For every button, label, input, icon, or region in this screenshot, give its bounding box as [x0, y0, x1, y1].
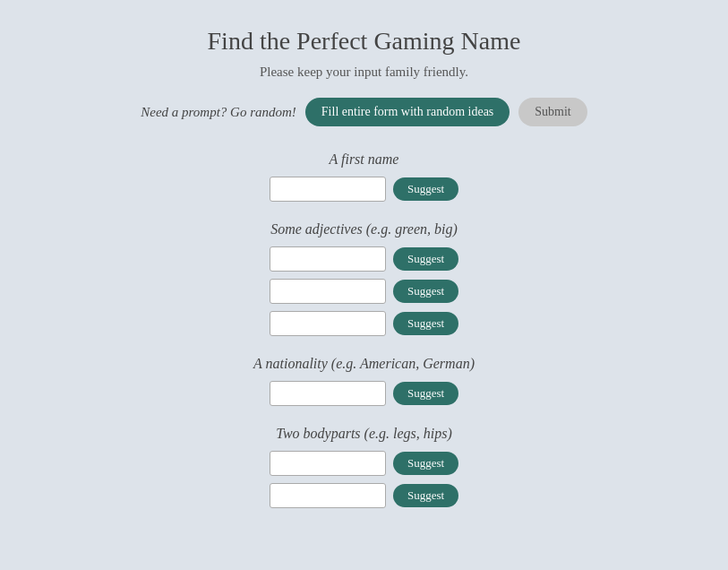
- section-label-bodyparts: Two bodyparts (e.g. legs, hips): [253, 426, 475, 442]
- fill-random-button[interactable]: Fill entire form with random ideas: [305, 98, 510, 126]
- input-adjectives-1[interactable]: [270, 279, 386, 304]
- input-bodyparts-1[interactable]: [270, 483, 386, 508]
- suggest-button-nationality-0[interactable]: Suggest: [393, 382, 458, 405]
- field-row-bodyparts-0: Suggest: [253, 451, 475, 476]
- field-row-adjectives-1: Suggest: [253, 279, 475, 304]
- suggest-button-adjectives-2[interactable]: Suggest: [393, 312, 458, 335]
- section-nationality: A nationality (e.g. American, German)Sug…: [253, 356, 475, 406]
- suggest-button-bodyparts-0[interactable]: Suggest: [393, 452, 458, 475]
- page-title: Find the Perfect Gaming Name: [208, 27, 521, 56]
- input-bodyparts-0[interactable]: [270, 451, 386, 476]
- field-row-bodyparts-1: Suggest: [253, 483, 475, 508]
- field-row-adjectives-0: Suggest: [253, 246, 475, 272]
- page-subtitle: Please keep your input family friendly.: [260, 65, 468, 80]
- section-label-adjectives: Some adjectives (e.g. green, big): [253, 221, 475, 238]
- suggest-button-first-name-0[interactable]: Suggest: [393, 177, 458, 201]
- input-adjectives-2[interactable]: [270, 311, 386, 336]
- suggest-button-bodyparts-1[interactable]: Suggest: [393, 484, 458, 507]
- section-label-nationality: A nationality (e.g. American, German): [253, 356, 475, 372]
- form-sections: A first nameSuggestSome adjectives (e.g.…: [253, 151, 475, 528]
- submit-button[interactable]: Submit: [518, 98, 587, 126]
- suggest-button-adjectives-1[interactable]: Suggest: [393, 280, 458, 303]
- input-nationality-0[interactable]: [270, 381, 386, 406]
- section-adjectives: Some adjectives (e.g. green, big)Suggest…: [253, 221, 475, 336]
- section-bodyparts: Two bodyparts (e.g. legs, hips)SuggestSu…: [253, 426, 475, 508]
- field-row-first-name-0: Suggest: [253, 177, 475, 202]
- random-bar: Need a prompt? Go random! Fill entire fo…: [141, 98, 587, 126]
- input-first-name-0[interactable]: [270, 177, 386, 202]
- random-bar-label: Need a prompt? Go random!: [141, 105, 296, 120]
- input-adjectives-0[interactable]: [270, 246, 386, 272]
- suggest-button-adjectives-0[interactable]: Suggest: [393, 247, 458, 271]
- field-row-nationality-0: Suggest: [253, 381, 475, 406]
- section-label-first-name: A first name: [253, 151, 475, 168]
- section-first-name: A first nameSuggest: [253, 151, 475, 202]
- field-row-adjectives-2: Suggest: [253, 311, 475, 336]
